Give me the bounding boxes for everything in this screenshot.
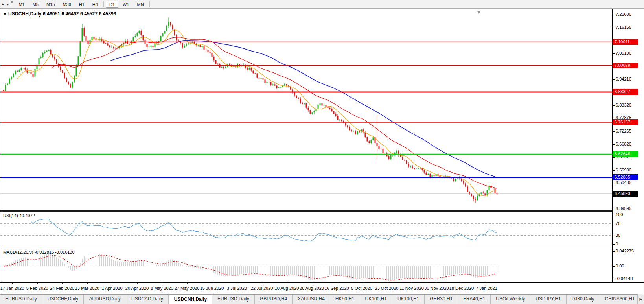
timeframe-button-mn[interactable]: MN [133, 1, 147, 8]
time-tick-label: 10 Aug 2020 [275, 286, 299, 291]
axis-tick-label: -0.04148 [616, 276, 633, 281]
toolbar-grip-handle[interactable] [11, 1, 13, 7]
axis-tick-mark [613, 215, 615, 215]
chart-tab-uk100-h1[interactable]: UK100,H1 [360, 295, 392, 304]
time-tick-mark [87, 283, 88, 284]
axis-tick-label: 6.55930 [616, 168, 631, 172]
rsi-indicator-panel[interactable]: RSI(14) 40.4972 [0, 212, 612, 247]
chart-window: ▼USDCNH,Daily 6.46051 6.46492 6.45527 6.… [0, 9, 644, 295]
axis-tick-mark [613, 209, 615, 209]
axis-tick-mark [613, 170, 615, 171]
cursor-tool-icon[interactable]: ➤ [0, 2, 6, 6]
timeframe-button-m5[interactable]: M5 [29, 1, 42, 8]
moving-average-25 [51, 37, 497, 189]
time-tick-label: 1 Apr 2020 [101, 286, 122, 291]
candlestick-chart[interactable] [0, 9, 612, 210]
axis-tick-mark [613, 157, 615, 158]
chart-tab-usdcnh-daily[interactable]: USDCNH,Daily [169, 295, 212, 304]
time-tick-label: 3 Jul 2020 [227, 286, 247, 291]
time-tick-mark [162, 283, 162, 284]
axis-tick-label: 6.50485 [616, 180, 631, 185]
chart-shift-marker-icon [477, 11, 481, 14]
moving-average-55 [110, 40, 497, 177]
axis-tick-mark [613, 53, 615, 54]
chart-tab-usdjpy-h1[interactable]: USDJPY,H1 [530, 295, 566, 304]
axis-tick-label: 6.72265 [616, 129, 631, 133]
axis-tick-mark [613, 279, 615, 279]
timeframe-button-m30[interactable]: M30 [59, 1, 74, 8]
time-tick-mark [212, 283, 212, 284]
price-axis[interactable]: 7.216007.161557.051006.942106.833206.778… [612, 9, 644, 282]
chart-tab-eurusd-daily[interactable]: EURUSD,Daily [212, 295, 255, 304]
time-tick-label: 8 May 2020 [151, 286, 173, 291]
tab-scroll-right-icon[interactable]: ▶ [637, 294, 644, 304]
toolbar-separator [149, 1, 150, 7]
chevron-down-icon[interactable]: ▾ [6, 2, 10, 6]
axis-tick-mark [613, 183, 615, 183]
time-tick-label: 5 Feb 2020 [26, 286, 48, 291]
axis-tick-mark [613, 244, 615, 245]
chart-tab-eurusd-daily[interactable]: EURUSD,Daily [0, 295, 42, 304]
chart-tab-fra40-h1[interactable]: FRA40,H1 [458, 295, 491, 304]
timeframe-group-minutes: M1M5M15M30H1H4 [15, 0, 102, 8]
axis-tick-mark [613, 251, 615, 252]
chart-tab-china300-h1[interactable]: CHINA300,H1 [600, 295, 640, 304]
timeframe-group-daily: D1W1MN [105, 0, 148, 8]
time-tick-mark [437, 283, 437, 284]
axis-tick-mark [613, 79, 615, 80]
chart-tab-hk50-h1[interactable]: HK50,H1 [330, 295, 360, 304]
time-tick-mark [37, 283, 38, 284]
moving-average-8 [17, 30, 497, 196]
axis-tick-label: 6.94210 [616, 77, 631, 81]
time-tick-label: 16 Sep 2020 [324, 286, 349, 291]
chart-tab-usoil-weekly[interactable]: USOil,Weekly [491, 295, 530, 304]
time-tick-label: 18 Dec 2020 [449, 286, 474, 291]
time-tick-label: 27 May 2020 [175, 286, 200, 291]
time-tick-mark [287, 283, 287, 284]
time-tick-label: 22 Jul 2020 [251, 286, 273, 291]
timeframe-button-m15[interactable]: M15 [43, 1, 58, 8]
price-level-badge-6.88897: 6.88897 [613, 89, 638, 95]
time-tick-label: 7 Jan 2021 [476, 286, 497, 291]
chart-tab-usdchf-daily[interactable]: USDCHF,Daily [42, 295, 84, 304]
time-tick-mark [362, 283, 362, 284]
time-tick-label: 5 Oct 2020 [351, 286, 372, 291]
time-axis[interactable]: 17 Jan 20205 Feb 202024 Feb 202013 Mar 2… [0, 282, 644, 295]
chart-dropdown-caret-icon[interactable]: ▼ [3, 12, 7, 16]
chart-tab-uk100-h1[interactable]: UK100,H1 [392, 295, 425, 304]
chart-tab-xauusd-h4[interactable]: XAUUSD,H4 [293, 295, 330, 304]
axis-tick-label: 7.16155 [616, 25, 631, 29]
axis-tick-mark [613, 105, 615, 106]
axis-tick-label: 0.00 [616, 263, 624, 268]
timeframe-button-m1[interactable]: M1 [15, 1, 28, 8]
timeframe-toolbar: ➤ ▾ M1M5M15M30H1H4 D1W1MN [0, 0, 644, 9]
chart-tab-ger30-h1[interactable]: GER30,H1 [425, 295, 458, 304]
time-tick-label: 17 Jan 2020 [0, 286, 24, 291]
timeframe-button-w1[interactable]: W1 [119, 1, 133, 8]
axis-tick-mark [613, 224, 615, 224]
time-tick-label: 11 Nov 2020 [399, 286, 424, 291]
axis-tick-mark [613, 15, 615, 15]
chart-tab-audusd-daily[interactable]: AUDUSD,Daily [84, 295, 126, 304]
axis-tick-mark [613, 28, 615, 28]
timeframe-button-h4[interactable]: H4 [89, 1, 101, 8]
axis-tick-label: 6.66820 [616, 142, 631, 146]
price-chart-panel[interactable]: ▼USDCNH,Daily 6.46051 6.46492 6.45527 6.… [0, 9, 612, 210]
chart-tab-usdcad-daily[interactable]: USDCAD,Daily [126, 295, 169, 304]
time-tick-mark [412, 283, 412, 284]
time-tick-mark [312, 283, 312, 284]
macd-indicator-panel[interactable]: MACD(12,26,9) -0.012815 -0.016130 [0, 248, 612, 282]
time-tick-label: 30 Nov 2020 [424, 286, 449, 291]
timeframe-button-h1[interactable]: H1 [75, 1, 88, 8]
rsi-chart[interactable] [0, 212, 612, 247]
rsi-label: RSI(14) 40.4972 [3, 213, 35, 218]
macd-chart[interactable] [0, 248, 612, 282]
chart-tab-dj30-daily[interactable]: DJ30,Daily [567, 295, 600, 304]
chart-ohlc-values: 6.46051 6.46492 6.45527 6.45893 [43, 11, 116, 17]
time-tick-mark [462, 283, 462, 284]
macd-label: MACD(12,26,9) -0.012815 -0.016130 [3, 250, 75, 254]
time-tick-mark [337, 283, 337, 284]
chart-tab-gbpusd-h4[interactable]: GBPUSD,H4 [255, 295, 293, 304]
time-tick-mark [262, 283, 262, 284]
timeframe-button-d1[interactable]: D1 [106, 1, 118, 8]
